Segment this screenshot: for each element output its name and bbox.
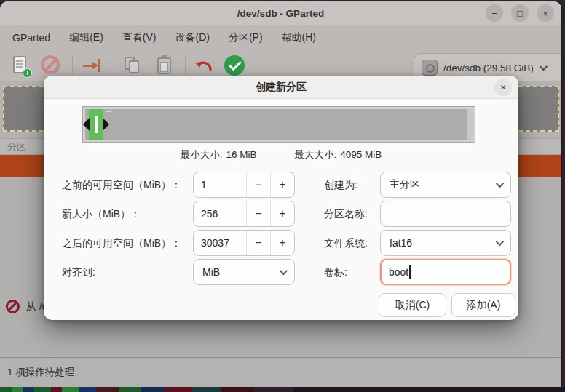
desktop-edge-sliver <box>0 387 565 392</box>
harddisk-icon <box>422 60 438 76</box>
menubar: GParted 编辑(E) 查看(V) 设备(D) 分区(P) 帮助(H) <box>0 25 561 49</box>
slider-track <box>85 109 473 140</box>
add-button[interactable]: 添加(A) <box>451 293 515 317</box>
size-info: 最小大小:16 MiB 最大大小:4095 MiB <box>44 148 518 161</box>
free-space-after-label: 之后的可用空间（MiB）： <box>62 230 181 256</box>
maximize-button[interactable]: □ <box>511 4 529 22</box>
slider-grip-icon <box>95 116 98 133</box>
partition-name-label: 分区名称: <box>324 201 368 227</box>
copy-button[interactable] <box>122 55 143 76</box>
volume-label-input[interactable]: boot <box>380 259 511 285</box>
create-as-dropdown[interactable]: 主分区 <box>380 172 511 198</box>
close-icon: × <box>542 8 548 19</box>
menu-partition[interactable]: 分区(P) <box>219 28 272 48</box>
toolbar-separator <box>185 55 186 74</box>
align-to-value: MiB <box>202 266 220 278</box>
partition-name-input[interactable] <box>380 201 511 227</box>
free-space-before-label: 之前的可用空间（MiB）： <box>62 172 181 198</box>
filesystem-value: fat16 <box>390 237 412 249</box>
plus-button[interactable]: + <box>270 172 294 197</box>
menu-device[interactable]: 设备(D) <box>165 28 218 48</box>
new-size-spinner[interactable]: 256 − + <box>193 201 295 227</box>
filesystem-dropdown[interactable]: fat16 <box>380 230 511 256</box>
toolbar-separator <box>72 55 73 74</box>
device-selector-label: /dev/sdb (29.58 GiB) <box>443 63 534 73</box>
new-partition-button[interactable] <box>10 55 31 76</box>
dialog-title: 创建新分区 <box>256 81 307 94</box>
window-controls: − □ × <box>486 1 554 25</box>
min-size-text: 最小大小:16 MiB <box>181 148 257 161</box>
dialog-close-icon: × <box>500 81 506 93</box>
undo-icon <box>194 55 214 76</box>
statusbar: 1 项操作待处理 <box>0 357 561 387</box>
plus-badge-icon <box>23 68 32 78</box>
apply-check-icon <box>224 55 245 76</box>
minimize-button[interactable]: − <box>486 4 503 22</box>
slider-selection[interactable] <box>89 109 103 140</box>
minimize-icon: − <box>491 8 497 19</box>
chevron-down-icon <box>496 180 504 188</box>
menu-edit[interactable]: 编辑(E) <box>60 28 113 48</box>
delete-partition-icon <box>41 55 60 74</box>
menu-view[interactable]: 查看(V) <box>113 28 166 48</box>
chevron-down-icon <box>540 63 548 71</box>
delete-partition-button[interactable] <box>41 55 61 76</box>
cancel-button[interactable]: 取消(C) <box>379 293 446 317</box>
free-space-after-spinner[interactable]: 30037 − + <box>193 230 295 256</box>
new-size-label: 新大小（MiB）： <box>62 201 141 227</box>
partition-column-label: 分区 <box>7 140 26 153</box>
undo-button[interactable] <box>194 55 214 76</box>
minus-button[interactable]: − <box>246 231 270 255</box>
slider-ghost-outline <box>106 111 111 137</box>
free-space-before-value[interactable]: 1 <box>194 179 246 191</box>
resize-move-button[interactable] <box>82 55 102 76</box>
close-button[interactable]: × <box>537 4 554 22</box>
align-to-label: 对齐到: <box>62 259 95 285</box>
create-as-value: 主分区 <box>390 178 420 191</box>
delete-operation-icon <box>6 300 20 313</box>
new-size-value[interactable]: 256 <box>194 208 246 220</box>
chevron-down-icon <box>496 238 504 246</box>
text-cursor <box>409 265 411 279</box>
dialog-header[interactable]: 创建新分区 × <box>44 76 518 99</box>
plus-button[interactable]: + <box>270 231 294 255</box>
max-size-text: 最大大小:4095 MiB <box>294 148 382 161</box>
minus-button[interactable]: − <box>246 172 270 197</box>
align-to-dropdown[interactable]: MiB <box>193 259 295 285</box>
slider-end-cap <box>467 109 473 140</box>
free-space-before-spinner[interactable]: 1 − + <box>193 172 295 198</box>
slider-left-handle-icon[interactable] <box>83 118 90 131</box>
minus-button[interactable]: − <box>246 201 270 226</box>
menu-help[interactable]: 帮助(H) <box>272 28 325 48</box>
plus-button[interactable]: + <box>270 201 294 226</box>
dialog-close-button[interactable]: × <box>494 79 512 96</box>
filesystem-label: 文件系统: <box>324 230 368 256</box>
volume-label-value: boot <box>389 266 408 278</box>
apply-button[interactable] <box>224 55 245 76</box>
create-as-label: 创建为: <box>324 172 357 198</box>
partition-size-slider[interactable] <box>82 106 475 143</box>
titlebar[interactable]: /dev/sdb - GParted − □ × <box>0 1 561 25</box>
statusbar-text: 1 项操作待处理 <box>7 366 74 379</box>
chevron-down-icon <box>280 267 288 275</box>
volume-label-label: 卷标: <box>324 259 347 285</box>
free-space-after-value[interactable]: 30037 <box>194 237 246 249</box>
resize-move-icon <box>83 65 93 67</box>
create-partition-dialog: 创建新分区 × 最小大小:16 MiB 最大大小:4095 MiB 之前的可用空… <box>44 76 518 320</box>
menu-gparted[interactable]: GParted <box>3 28 60 47</box>
window-title: /dev/sdb - GParted <box>237 8 324 19</box>
paste-button[interactable] <box>154 55 175 76</box>
maximize-icon: □ <box>517 8 523 19</box>
